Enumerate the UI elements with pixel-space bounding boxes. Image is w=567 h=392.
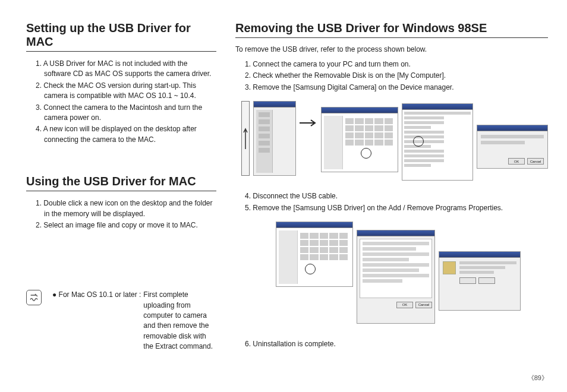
left-column: Setting up the USB Driver for MAC 1. A U… xyxy=(26,21,216,352)
add-remove-programs-window: OK Cancel xyxy=(357,230,435,324)
device-manager-window xyxy=(402,103,473,181)
heading-setup-mac: Setting up the USB Driver for MAC xyxy=(26,21,216,52)
uninstall-wizard-window xyxy=(439,251,521,311)
note-text: ● For Mac OS 10.1 or later : First compl… xyxy=(52,290,216,352)
list-item: 2. Check whether the Removable Disk is o… xyxy=(245,71,548,81)
list-item: 2. Select an image file and copy or move… xyxy=(36,220,216,230)
heading-remove-win98: Removing the USB Driver for Windows 98SE xyxy=(235,21,548,38)
section-setup-mac: Setting up the USB Driver for MAC 1. A U… xyxy=(26,21,216,145)
remove-list-3: 6. Uninstallation is complete. xyxy=(235,339,548,349)
setup-mac-list: 1. A USB Driver for MAC is not included … xyxy=(26,59,216,145)
remove-list-2: 4. Disconnect the USB cable. 5. Remove t… xyxy=(235,191,548,213)
figure-row-1: OK Cancel xyxy=(241,101,548,181)
list-item: 4. A new icon will be displayed on the d… xyxy=(36,124,216,145)
list-item: 2. Check the MAC OS version during start… xyxy=(36,81,216,102)
using-mac-list: 1. Double click a new icon on the deskto… xyxy=(26,198,216,230)
package-icon xyxy=(443,261,456,274)
circle-highlight-icon xyxy=(305,264,316,274)
device-tower-icon xyxy=(241,101,250,176)
page-number: 《89》 xyxy=(528,374,548,382)
control-panel-window xyxy=(321,107,398,172)
right-column: Removing the USB Driver for Windows 98SE… xyxy=(235,21,548,352)
ok-button[interactable]: OK xyxy=(508,158,525,165)
ok-button[interactable]: OK xyxy=(396,302,413,308)
note-label: ● For Mac OS 10.1 or later : xyxy=(52,290,141,352)
list-item: 4. Disconnect the USB cable. xyxy=(245,191,548,201)
start-menu-window xyxy=(253,101,296,176)
dialog-button[interactable] xyxy=(459,277,476,284)
remove-list-1: 1. Connect the camera to your PC and tur… xyxy=(235,59,548,93)
note-box: ● For Mac OS 10.1 or later : First compl… xyxy=(26,290,216,352)
list-item: 3. Remove the [Samsung Digital Camera] o… xyxy=(245,83,548,93)
dialog-button[interactable] xyxy=(478,277,495,284)
list-item: 5. Remove the [Samsung USB Driver] on th… xyxy=(245,203,548,213)
cancel-button[interactable]: Cancel xyxy=(415,302,432,308)
list-item: 1. A USB Driver for MAC is not included … xyxy=(36,59,216,80)
note-body: First complete uploading from computer t… xyxy=(143,290,216,352)
cancel-button[interactable]: Cancel xyxy=(527,158,544,165)
confirm-removal-window: OK Cancel xyxy=(477,125,548,169)
list-item: 1. Double click a new icon on the deskto… xyxy=(36,198,216,219)
list-item: 3. Connect the camera to the Macintosh a… xyxy=(36,103,216,124)
control-panel-window-2 xyxy=(276,222,353,287)
intro-text: To remove the USB driver, refer to the p… xyxy=(235,45,548,53)
list-item: 6. Uninstallation is complete. xyxy=(245,339,548,349)
list-item: 1. Connect the camera to your PC and tur… xyxy=(245,59,548,69)
heading-using-mac: Using the USB Driver for MAC xyxy=(26,175,216,191)
note-icon xyxy=(26,290,42,305)
figure-row-2: OK Cancel xyxy=(276,222,548,324)
arrow-right-icon xyxy=(300,119,317,129)
section-remove-win98: Removing the USB Driver for Windows 98SE… xyxy=(235,21,548,349)
section-using-mac: Using the USB Driver for MAC 1. Double c… xyxy=(26,175,216,230)
